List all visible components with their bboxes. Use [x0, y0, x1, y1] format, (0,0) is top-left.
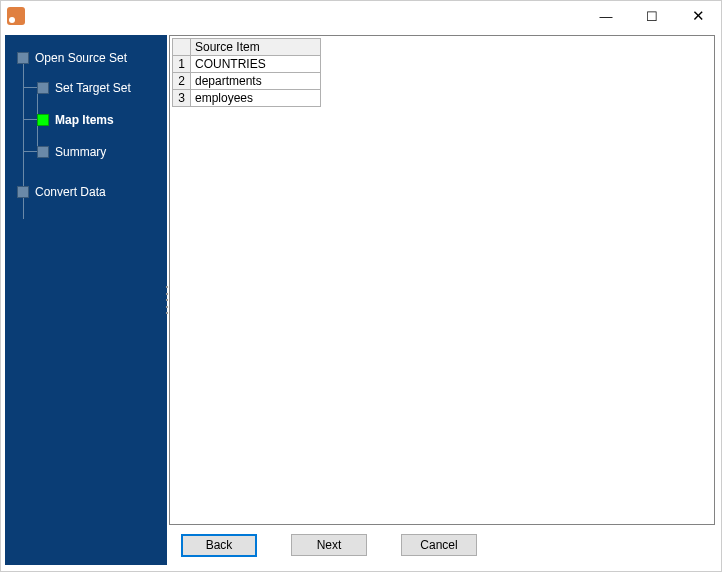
grid-corner[interactable] [173, 39, 191, 56]
step-set-target-set[interactable]: Set Target Set [37, 81, 131, 95]
table-row[interactable]: 3 employees [173, 90, 321, 107]
grid-header-row: Source Item [173, 39, 321, 56]
content-pane: Source Item 1 COUNTRIES 2 departments 3 … [169, 35, 715, 525]
step-convert-data[interactable]: Convert Data [17, 185, 106, 199]
step-marker-icon [17, 52, 29, 64]
step-open-source-set[interactable]: Open Source Set [17, 51, 127, 65]
titlebar: — ☐ ✕ [1, 1, 721, 31]
tree-connector [23, 151, 37, 152]
source-item-cell[interactable]: departments [191, 73, 321, 90]
row-number: 3 [173, 90, 191, 107]
tree-connector [23, 119, 37, 120]
step-marker-icon [37, 114, 49, 126]
next-button[interactable]: Next [291, 534, 367, 556]
step-label: Set Target Set [55, 81, 131, 95]
app-icon [7, 7, 25, 25]
window-controls: — ☐ ✕ [583, 1, 721, 31]
table-row[interactable]: 1 COUNTRIES [173, 56, 321, 73]
main-area: Source Item 1 COUNTRIES 2 departments 3 … [169, 35, 715, 565]
maximize-button[interactable]: ☐ [629, 1, 675, 31]
source-item-cell[interactable]: COUNTRIES [191, 56, 321, 73]
step-marker-icon [37, 82, 49, 94]
back-button[interactable]: Back [181, 534, 257, 557]
column-header-source-item[interactable]: Source Item [191, 39, 321, 56]
step-summary[interactable]: Summary [37, 145, 106, 159]
step-label: Map Items [55, 113, 114, 127]
close-button[interactable]: ✕ [675, 1, 721, 31]
row-number: 2 [173, 73, 191, 90]
wizard-button-row: Back Next Cancel [169, 525, 715, 565]
step-marker-icon [37, 146, 49, 158]
step-marker-icon [17, 186, 29, 198]
tree-connector [23, 87, 37, 88]
source-item-cell[interactable]: employees [191, 90, 321, 107]
table-row[interactable]: 2 departments [173, 73, 321, 90]
wizard-window: — ☐ ✕ Open Source Set [0, 0, 722, 572]
minimize-button[interactable]: — [583, 1, 629, 31]
body-area: Open Source Set Set Target Set Map Items… [1, 31, 721, 571]
cancel-button[interactable]: Cancel [401, 534, 477, 556]
wizard-sidebar: Open Source Set Set Target Set Map Items… [5, 35, 167, 565]
row-number: 1 [173, 56, 191, 73]
step-map-items[interactable]: Map Items [37, 113, 114, 127]
step-label: Convert Data [35, 185, 106, 199]
source-item-grid: Source Item 1 COUNTRIES 2 departments 3 … [172, 38, 321, 107]
step-label: Summary [55, 145, 106, 159]
step-label: Open Source Set [35, 51, 127, 65]
